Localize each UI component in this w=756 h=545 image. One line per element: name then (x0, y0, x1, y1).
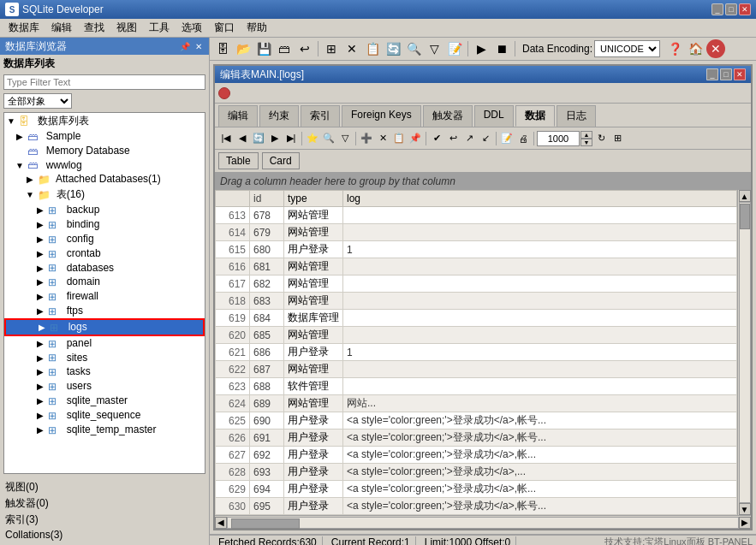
scroll-up-btn[interactable]: ▲ (739, 190, 751, 202)
tab-index[interactable]: 索引 (301, 105, 340, 127)
filter-input[interactable] (3, 74, 205, 90)
new-db-btn[interactable]: 🗄 (213, 39, 232, 58)
table-row[interactable]: 623688软件管理 (216, 378, 737, 395)
menu-tools[interactable]: 工具 (144, 19, 175, 37)
add-row-btn[interactable]: ➕ (359, 130, 374, 147)
tab-log[interactable]: 日志 (557, 105, 596, 127)
panel-close-btn[interactable]: ✕ (193, 42, 204, 51)
tab-ddl[interactable]: DDL (474, 105, 514, 127)
import-btn[interactable]: ↙ (478, 130, 493, 147)
table-row[interactable]: 619684数据库管理 (216, 310, 737, 327)
stop-btn[interactable]: ⏹ (492, 39, 511, 58)
close-red-btn[interactable]: ✕ (706, 39, 725, 58)
backup-btn[interactable]: 🗃 (275, 39, 294, 58)
search-btn[interactable]: 🔍 (404, 39, 423, 58)
tree-item-sites[interactable]: ▶ ⊞ sites (4, 351, 205, 365)
funnel-btn[interactable]: ▽ (337, 130, 353, 147)
tab-constraint[interactable]: 约束 (259, 105, 299, 127)
help-btn[interactable]: ❓ (665, 39, 684, 58)
tree-item-sqlite-master[interactable]: ▶ ⊞ sqlite_master (4, 394, 205, 408)
menu-help[interactable]: 帮助 (241, 19, 272, 37)
table-row[interactable]: 615680用户登录1 (216, 241, 737, 258)
table-row[interactable]: 627692用户登录<a style='color:green;'>登录成功</… (216, 447, 737, 464)
tree-item-sqlite-sequence[interactable]: ▶ ⊞ sqlite_sequence (4, 408, 205, 423)
minimize-button[interactable]: _ (711, 3, 723, 15)
tree-item-sqlite-temp-master[interactable]: ▶ ⊞ sqlite_temp_master (4, 423, 205, 437)
properties-btn[interactable]: 📋 (363, 39, 382, 58)
table-row[interactable]: 626691用户登录<a style='color:green;'>登录成功</… (216, 429, 737, 447)
maximize-button[interactable]: □ (725, 3, 737, 15)
tree-item-crontab[interactable]: ▶ ⊞ crontab (4, 246, 205, 261)
h-scroll-right-btn[interactable]: ▶ (739, 517, 751, 529)
menu-view[interactable]: 视图 (111, 19, 142, 37)
tree-item-databases[interactable]: ▶ ⊞ databases (4, 261, 205, 275)
menu-database[interactable]: 数据库 (3, 19, 45, 37)
rollback-btn[interactable]: ↩ (445, 130, 461, 147)
home-btn[interactable]: 🏠 (686, 39, 705, 58)
tree-item-ftps[interactable]: ▶ ⊞ ftps (4, 304, 205, 318)
close-button[interactable]: ✕ (739, 3, 751, 15)
menu-edit[interactable]: 编辑 (46, 19, 77, 37)
run-btn[interactable]: ▶ (472, 39, 491, 58)
table-row[interactable]: 630695用户登录<a style='color:green;'>登录成功</… (216, 498, 737, 515)
table-row[interactable]: 628693用户登录<a style='color:green;'>登录成功</… (216, 464, 737, 481)
filter-btn[interactable]: ▽ (425, 39, 443, 58)
tree-item-wwwlog[interactable]: ▼ 🗃 wwwlog (4, 158, 205, 173)
new-table-btn[interactable]: ⊞ (322, 39, 341, 58)
col-header-id[interactable]: id (250, 191, 284, 207)
tab-foreignkeys[interactable]: Foreign Keys (342, 105, 421, 127)
index-count[interactable]: 索引(3) (3, 512, 205, 528)
tree-root[interactable]: ▼ 🗄 数据库列表 (4, 113, 205, 129)
table-row[interactable]: 629694用户登录<a style='color:green;'>登录成功</… (216, 481, 737, 498)
tree-item-tasks[interactable]: ▶ ⊞ tasks (4, 364, 205, 379)
columns-btn[interactable]: ⊞ (610, 130, 625, 147)
open-btn[interactable]: 📂 (234, 39, 253, 58)
scroll-down-btn[interactable]: ▼ (739, 503, 751, 515)
table-row[interactable]: 618683网站管理 (216, 293, 737, 310)
table-row[interactable]: 620685网站管理 (216, 327, 737, 344)
bookmark-btn[interactable]: ⭐ (305, 130, 320, 147)
table-row[interactable]: 613678网站管理 (216, 207, 737, 224)
tree-item-backup[interactable]: ▶ ⊞ backup (4, 203, 205, 217)
table-row[interactable]: 625690用户登录<a style='color:green;'>登录成功</… (216, 412, 737, 429)
delete-row-btn[interactable]: ✕ (375, 130, 390, 147)
query-btn[interactable]: 📝 (445, 39, 464, 58)
panel-pin-btn[interactable]: 📌 (178, 42, 192, 51)
restore-btn[interactable]: ↩ (295, 39, 314, 58)
data-grid-wrapper[interactable]: id type log 613678网站管理614679网站管理615680用户… (215, 190, 737, 515)
tree-item-binding[interactable]: ▶ ⊞ binding (4, 217, 205, 232)
table-row[interactable]: 621686用户登录1 (216, 344, 737, 361)
menu-window[interactable]: 窗口 (209, 19, 240, 37)
view-tab-table[interactable]: Table (218, 152, 259, 169)
tab-triggers[interactable]: 触发器 (423, 105, 473, 127)
prev-btn[interactable]: ◀ (235, 130, 250, 147)
table-row[interactable]: 616681网站管理 (216, 258, 737, 275)
tree-item-logs[interactable]: ▶ ⊞ logs (4, 318, 205, 336)
tree-item-domain[interactable]: ▶ ⊞ domain (4, 275, 205, 289)
tree-item-sample[interactable]: ▶ 🗃 Sample (4, 129, 205, 144)
col-header-type[interactable]: type (284, 191, 343, 207)
tree-item-attached[interactable]: ▶ 📁 Attached Databases(1) (4, 172, 205, 187)
limit-apply-btn[interactable]: ↻ (593, 130, 609, 147)
paste-row-btn[interactable]: 📌 (408, 130, 423, 147)
inner-max-btn[interactable]: □ (720, 68, 732, 80)
h-scroll[interactable]: ◀ ▶ (215, 515, 751, 529)
menu-options[interactable]: 选项 (176, 19, 207, 37)
table-row[interactable]: 624689网站管理网站... (216, 395, 737, 412)
tree-item-panel[interactable]: ▶ ⊞ panel (4, 336, 205, 351)
h-scroll-left-btn[interactable]: ◀ (215, 517, 227, 529)
collation-count[interactable]: Collations(3) (3, 528, 205, 542)
inner-close-btn[interactable]: ✕ (734, 68, 746, 80)
last-btn[interactable]: ▶| (283, 130, 299, 147)
filter-data-btn[interactable]: 🔍 (321, 130, 336, 147)
script-btn[interactable]: 📝 (499, 130, 515, 147)
spin-down[interactable]: ▼ (580, 139, 592, 146)
scroll-track[interactable] (739, 202, 751, 503)
export-btn[interactable]: ↗ (461, 130, 477, 147)
tree-item-firewall[interactable]: ▶ ⊞ firewall (4, 289, 205, 304)
menu-find[interactable]: 查找 (79, 19, 110, 37)
print-btn[interactable]: 🖨 (515, 130, 531, 147)
tree-item-memory[interactable]: 🗃 Memory Database (4, 144, 205, 158)
table-row[interactable]: 622687网站管理 (216, 361, 737, 378)
objects-select[interactable]: 全部对象 (3, 93, 72, 109)
